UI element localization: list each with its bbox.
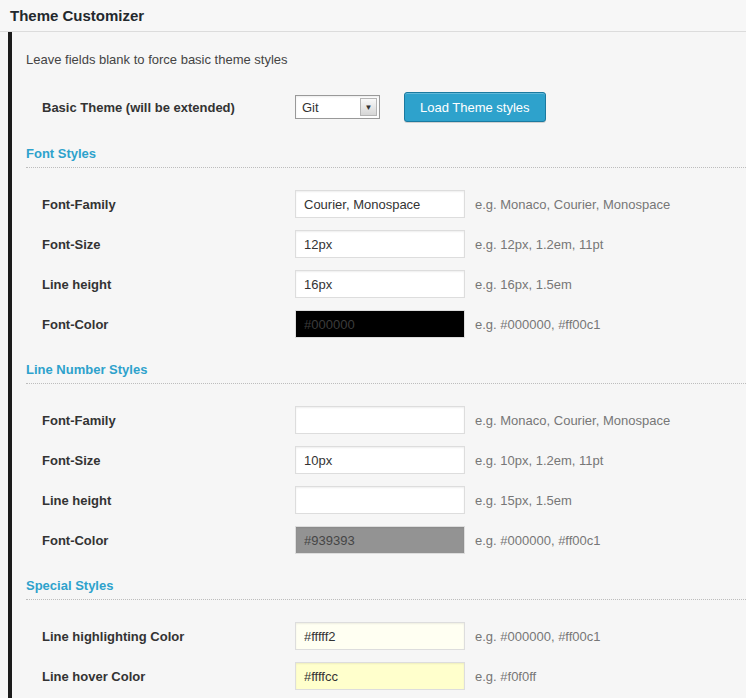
section-title-special-styles: Special Styles bbox=[26, 578, 113, 593]
section-title-line-number-styles: Line Number Styles bbox=[26, 362, 147, 377]
basic-theme-select[interactable]: Git ▼ bbox=[295, 95, 380, 119]
field-row: Line highlighting Color e.g. #000000, #f… bbox=[42, 622, 746, 650]
section-font-styles: Font Styles Font-Family e.g. Monaco, Cou… bbox=[26, 146, 746, 338]
font-styles-line-height-input[interactable] bbox=[295, 270, 465, 298]
chevron-down-icon: ▼ bbox=[360, 98, 377, 116]
line-number-font-color-input[interactable] bbox=[295, 526, 465, 554]
content-panel: Leave fields blank to force basic theme … bbox=[8, 32, 746, 698]
section-line-number-styles: Line Number Styles Font-Family e.g. Mona… bbox=[26, 362, 746, 554]
field-label: Line highlighting Color bbox=[42, 629, 295, 644]
field-row: Font-Family e.g. Monaco, Courier, Monosp… bbox=[42, 190, 746, 218]
field-hint: e.g. #000000, #ff00c1 bbox=[465, 317, 746, 332]
font-styles-font-size-input[interactable] bbox=[295, 230, 465, 258]
field-hint: e.g. #f0f0ff bbox=[465, 669, 746, 684]
line-number-font-size-input[interactable] bbox=[295, 446, 465, 474]
basic-theme-select-value: Git bbox=[302, 100, 319, 115]
left-accent-bar bbox=[8, 32, 12, 698]
section-title-font-styles: Font Styles bbox=[26, 146, 96, 161]
field-row: Line height e.g. 16px, 1.5em bbox=[42, 270, 746, 298]
field-row: Font-Color e.g. #000000, #ff00c1 bbox=[42, 310, 746, 338]
section-special-styles: Special Styles Line highlighting Color e… bbox=[26, 578, 746, 690]
line-hover-color-input[interactable] bbox=[295, 662, 465, 690]
field-label: Line height bbox=[42, 493, 295, 508]
page-title: Theme Customizer bbox=[10, 7, 144, 24]
field-label: Line hover Color bbox=[42, 669, 295, 684]
line-number-line-height-input[interactable] bbox=[295, 486, 465, 514]
theme-customizer-page: Theme Customizer Leave fields blank to f… bbox=[0, 0, 746, 698]
section-header: Line Number Styles bbox=[26, 362, 746, 384]
field-label: Line height bbox=[42, 277, 295, 292]
field-row: Font-Size e.g. 12px, 1.2em, 11pt bbox=[42, 230, 746, 258]
intro-text: Leave fields blank to force basic theme … bbox=[26, 52, 746, 68]
field-label: Font-Color bbox=[42, 317, 295, 332]
section-header: Special Styles bbox=[26, 578, 746, 600]
field-hint: e.g. 15px, 1.5em bbox=[465, 493, 746, 508]
field-row: Font-Color e.g. #000000, #ff00c1 bbox=[42, 526, 746, 554]
basic-theme-row: Basic Theme (will be extended) Git ▼ Loa… bbox=[42, 92, 746, 122]
field-hint: e.g. Monaco, Courier, Monospace bbox=[465, 413, 746, 428]
basic-theme-label: Basic Theme (will be extended) bbox=[42, 100, 295, 115]
field-row: Font-Size e.g. 10px, 1.2em, 11pt bbox=[42, 446, 746, 474]
field-hint: e.g. 12px, 1.2em, 11pt bbox=[465, 237, 746, 252]
line-number-font-family-input[interactable] bbox=[295, 406, 465, 434]
section-header: Font Styles bbox=[26, 146, 746, 168]
field-label: Font-Family bbox=[42, 197, 295, 212]
field-hint: e.g. #000000, #ff00c1 bbox=[465, 533, 746, 548]
line-highlighting-color-input[interactable] bbox=[295, 622, 465, 650]
load-theme-styles-button[interactable]: Load Theme styles bbox=[404, 92, 546, 122]
page-header: Theme Customizer bbox=[0, 0, 746, 32]
font-styles-font-family-input[interactable] bbox=[295, 190, 465, 218]
field-hint: e.g. 16px, 1.5em bbox=[465, 277, 746, 292]
font-styles-font-color-input[interactable] bbox=[295, 310, 465, 338]
field-row: Line height e.g. 15px, 1.5em bbox=[42, 486, 746, 514]
field-hint: e.g. Monaco, Courier, Monospace bbox=[465, 197, 746, 212]
field-label: Font-Size bbox=[42, 237, 295, 252]
field-label: Font-Size bbox=[42, 453, 295, 468]
field-hint: e.g. 10px, 1.2em, 11pt bbox=[465, 453, 746, 468]
field-row: Line hover Color e.g. #f0f0ff bbox=[42, 662, 746, 690]
field-hint: e.g. #000000, #ff00c1 bbox=[465, 629, 746, 644]
field-label: Font-Color bbox=[42, 533, 295, 548]
field-row: Font-Family e.g. Monaco, Courier, Monosp… bbox=[42, 406, 746, 434]
field-label: Font-Family bbox=[42, 413, 295, 428]
